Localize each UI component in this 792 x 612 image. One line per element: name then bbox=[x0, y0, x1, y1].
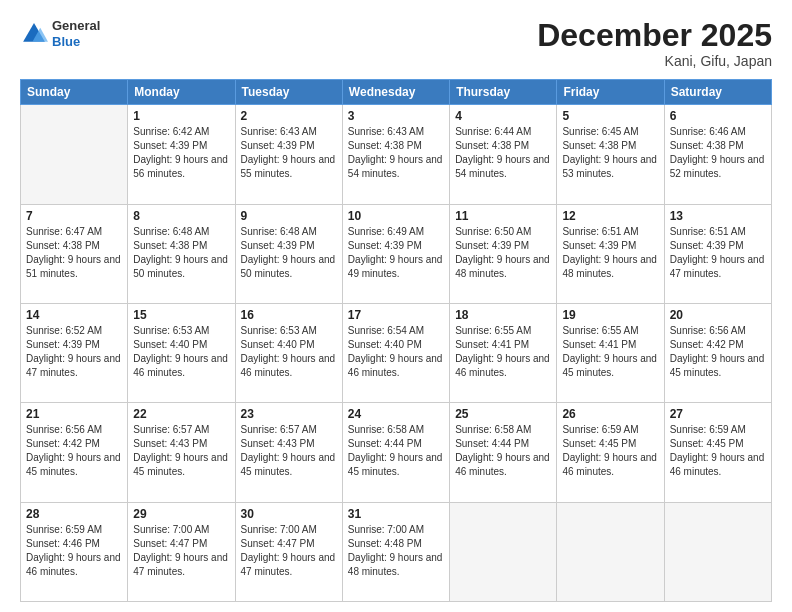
location: Kani, Gifu, Japan bbox=[537, 53, 772, 69]
calendar-cell: 5Sunrise: 6:45 AMSunset: 4:38 PMDaylight… bbox=[557, 105, 664, 204]
calendar-week-row: 14Sunrise: 6:52 AMSunset: 4:39 PMDayligh… bbox=[21, 303, 772, 402]
day-number: 24 bbox=[348, 407, 444, 421]
calendar-cell: 29Sunrise: 7:00 AMSunset: 4:47 PMDayligh… bbox=[128, 502, 235, 601]
day-number: 29 bbox=[133, 507, 229, 521]
calendar-cell: 31Sunrise: 7:00 AMSunset: 4:48 PMDayligh… bbox=[342, 502, 449, 601]
calendar-cell: 11Sunrise: 6:50 AMSunset: 4:39 PMDayligh… bbox=[450, 204, 557, 303]
day-info: Sunrise: 6:46 AMSunset: 4:38 PMDaylight:… bbox=[670, 125, 766, 181]
day-number: 5 bbox=[562, 109, 658, 123]
calendar-cell: 24Sunrise: 6:58 AMSunset: 4:44 PMDayligh… bbox=[342, 403, 449, 502]
calendar-cell: 26Sunrise: 6:59 AMSunset: 4:45 PMDayligh… bbox=[557, 403, 664, 502]
day-info: Sunrise: 7:00 AMSunset: 4:47 PMDaylight:… bbox=[241, 523, 337, 579]
day-number: 4 bbox=[455, 109, 551, 123]
day-number: 28 bbox=[26, 507, 122, 521]
calendar-week-row: 21Sunrise: 6:56 AMSunset: 4:42 PMDayligh… bbox=[21, 403, 772, 502]
day-info: Sunrise: 6:57 AMSunset: 4:43 PMDaylight:… bbox=[133, 423, 229, 479]
calendar-cell bbox=[557, 502, 664, 601]
logo-blue: Blue bbox=[52, 34, 100, 50]
calendar-cell: 6Sunrise: 6:46 AMSunset: 4:38 PMDaylight… bbox=[664, 105, 771, 204]
weekday-header: Tuesday bbox=[235, 80, 342, 105]
day-number: 10 bbox=[348, 209, 444, 223]
day-info: Sunrise: 6:45 AMSunset: 4:38 PMDaylight:… bbox=[562, 125, 658, 181]
calendar-cell: 14Sunrise: 6:52 AMSunset: 4:39 PMDayligh… bbox=[21, 303, 128, 402]
logo-text: General Blue bbox=[52, 18, 100, 49]
day-number: 17 bbox=[348, 308, 444, 322]
page: General Blue December 2025 Kani, Gifu, J… bbox=[0, 0, 792, 612]
day-number: 18 bbox=[455, 308, 551, 322]
day-info: Sunrise: 6:55 AMSunset: 4:41 PMDaylight:… bbox=[562, 324, 658, 380]
calendar-header: SundayMondayTuesdayWednesdayThursdayFrid… bbox=[21, 80, 772, 105]
day-number: 15 bbox=[133, 308, 229, 322]
calendar-cell bbox=[664, 502, 771, 601]
title-block: December 2025 Kani, Gifu, Japan bbox=[537, 18, 772, 69]
calendar-cell: 12Sunrise: 6:51 AMSunset: 4:39 PMDayligh… bbox=[557, 204, 664, 303]
calendar-cell: 30Sunrise: 7:00 AMSunset: 4:47 PMDayligh… bbox=[235, 502, 342, 601]
calendar-cell: 25Sunrise: 6:58 AMSunset: 4:44 PMDayligh… bbox=[450, 403, 557, 502]
day-info: Sunrise: 6:53 AMSunset: 4:40 PMDaylight:… bbox=[241, 324, 337, 380]
calendar-cell: 1Sunrise: 6:42 AMSunset: 4:39 PMDaylight… bbox=[128, 105, 235, 204]
day-info: Sunrise: 6:47 AMSunset: 4:38 PMDaylight:… bbox=[26, 225, 122, 281]
day-info: Sunrise: 6:57 AMSunset: 4:43 PMDaylight:… bbox=[241, 423, 337, 479]
day-number: 30 bbox=[241, 507, 337, 521]
weekday-header: Thursday bbox=[450, 80, 557, 105]
day-number: 6 bbox=[670, 109, 766, 123]
day-number: 27 bbox=[670, 407, 766, 421]
calendar-week-row: 28Sunrise: 6:59 AMSunset: 4:46 PMDayligh… bbox=[21, 502, 772, 601]
day-info: Sunrise: 6:56 AMSunset: 4:42 PMDaylight:… bbox=[670, 324, 766, 380]
day-number: 22 bbox=[133, 407, 229, 421]
calendar-cell: 16Sunrise: 6:53 AMSunset: 4:40 PMDayligh… bbox=[235, 303, 342, 402]
calendar-week-row: 7Sunrise: 6:47 AMSunset: 4:38 PMDaylight… bbox=[21, 204, 772, 303]
calendar-cell: 18Sunrise: 6:55 AMSunset: 4:41 PMDayligh… bbox=[450, 303, 557, 402]
day-number: 12 bbox=[562, 209, 658, 223]
day-number: 1 bbox=[133, 109, 229, 123]
calendar-cell: 9Sunrise: 6:48 AMSunset: 4:39 PMDaylight… bbox=[235, 204, 342, 303]
calendar-cell bbox=[450, 502, 557, 601]
day-number: 7 bbox=[26, 209, 122, 223]
weekday-header: Wednesday bbox=[342, 80, 449, 105]
logo: General Blue bbox=[20, 18, 100, 49]
day-info: Sunrise: 6:44 AMSunset: 4:38 PMDaylight:… bbox=[455, 125, 551, 181]
day-number: 16 bbox=[241, 308, 337, 322]
calendar-cell: 27Sunrise: 6:59 AMSunset: 4:45 PMDayligh… bbox=[664, 403, 771, 502]
day-number: 13 bbox=[670, 209, 766, 223]
month-title: December 2025 bbox=[537, 18, 772, 53]
weekday-header: Friday bbox=[557, 80, 664, 105]
day-info: Sunrise: 6:42 AMSunset: 4:39 PMDaylight:… bbox=[133, 125, 229, 181]
day-info: Sunrise: 6:48 AMSunset: 4:38 PMDaylight:… bbox=[133, 225, 229, 281]
calendar-cell: 20Sunrise: 6:56 AMSunset: 4:42 PMDayligh… bbox=[664, 303, 771, 402]
day-info: Sunrise: 6:55 AMSunset: 4:41 PMDaylight:… bbox=[455, 324, 551, 380]
day-number: 2 bbox=[241, 109, 337, 123]
calendar-cell: 10Sunrise: 6:49 AMSunset: 4:39 PMDayligh… bbox=[342, 204, 449, 303]
day-number: 19 bbox=[562, 308, 658, 322]
calendar-cell: 23Sunrise: 6:57 AMSunset: 4:43 PMDayligh… bbox=[235, 403, 342, 502]
weekday-header: Sunday bbox=[21, 80, 128, 105]
day-number: 31 bbox=[348, 507, 444, 521]
day-info: Sunrise: 6:51 AMSunset: 4:39 PMDaylight:… bbox=[670, 225, 766, 281]
calendar-cell: 19Sunrise: 6:55 AMSunset: 4:41 PMDayligh… bbox=[557, 303, 664, 402]
logo-icon bbox=[20, 20, 48, 48]
day-number: 3 bbox=[348, 109, 444, 123]
logo-general: General bbox=[52, 18, 100, 34]
day-info: Sunrise: 6:59 AMSunset: 4:46 PMDaylight:… bbox=[26, 523, 122, 579]
calendar-cell: 21Sunrise: 6:56 AMSunset: 4:42 PMDayligh… bbox=[21, 403, 128, 502]
calendar-cell: 17Sunrise: 6:54 AMSunset: 4:40 PMDayligh… bbox=[342, 303, 449, 402]
day-info: Sunrise: 6:53 AMSunset: 4:40 PMDaylight:… bbox=[133, 324, 229, 380]
calendar-cell: 2Sunrise: 6:43 AMSunset: 4:39 PMDaylight… bbox=[235, 105, 342, 204]
day-info: Sunrise: 7:00 AMSunset: 4:48 PMDaylight:… bbox=[348, 523, 444, 579]
day-info: Sunrise: 6:58 AMSunset: 4:44 PMDaylight:… bbox=[348, 423, 444, 479]
day-info: Sunrise: 6:48 AMSunset: 4:39 PMDaylight:… bbox=[241, 225, 337, 281]
day-number: 21 bbox=[26, 407, 122, 421]
day-info: Sunrise: 6:50 AMSunset: 4:39 PMDaylight:… bbox=[455, 225, 551, 281]
day-info: Sunrise: 6:58 AMSunset: 4:44 PMDaylight:… bbox=[455, 423, 551, 479]
day-info: Sunrise: 6:54 AMSunset: 4:40 PMDaylight:… bbox=[348, 324, 444, 380]
weekday-header: Saturday bbox=[664, 80, 771, 105]
calendar-cell: 13Sunrise: 6:51 AMSunset: 4:39 PMDayligh… bbox=[664, 204, 771, 303]
calendar-cell: 15Sunrise: 6:53 AMSunset: 4:40 PMDayligh… bbox=[128, 303, 235, 402]
calendar-table: SundayMondayTuesdayWednesdayThursdayFrid… bbox=[20, 79, 772, 602]
day-number: 11 bbox=[455, 209, 551, 223]
weekday-header: Monday bbox=[128, 80, 235, 105]
day-number: 9 bbox=[241, 209, 337, 223]
calendar-body: 1Sunrise: 6:42 AMSunset: 4:39 PMDaylight… bbox=[21, 105, 772, 602]
calendar-cell: 28Sunrise: 6:59 AMSunset: 4:46 PMDayligh… bbox=[21, 502, 128, 601]
header: General Blue December 2025 Kani, Gifu, J… bbox=[20, 18, 772, 69]
